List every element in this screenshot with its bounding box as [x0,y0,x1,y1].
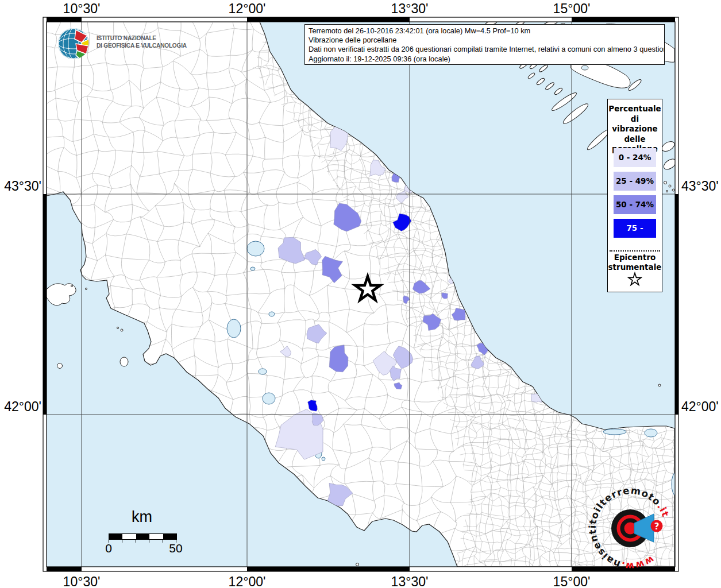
scale-bar-unit: km [132,508,152,526]
hsit-question-mark: ? [654,521,660,532]
lake [247,241,264,256]
event-data-line: Dati non verificati estratti da 206 ques… [309,45,661,54]
scale-bar-segment [109,534,122,539]
scale-bar-tick [109,539,109,543]
ingv-logo: ISTITUTO NAZIONALE DI GEOFISICA E VULCAN… [55,26,222,67]
lat-label-right: 42°00' [681,399,719,415]
legend-swatch-50-74: 50 - 74% [614,195,656,214]
scale-bar-tick [176,539,176,543]
island-lagoon [581,65,588,70]
event-subtitle-line: Vibrazione delle porcellane [309,36,661,45]
haisentitoilterremoto-logo: www.haisentitoilterremoto.it ? [579,477,682,580]
event-title-box: Terremoto del 26-10-2016 23:42:01 (ora l… [304,24,665,65]
lat-label-left: 42°00' [4,399,41,415]
scale-bar-segment [122,534,136,539]
scale-bar-segment [136,534,149,539]
legend-divider [610,250,660,252]
scale-bar-segment [149,534,163,539]
scale-bar-segment [163,534,176,539]
scale-bar: km 0 50 [92,508,195,563]
lake [263,393,275,404]
lon-label-top: 10°30' [63,1,101,17]
legend: Percentuale di vibrazione delle porcella… [607,99,662,292]
scale-bar-start: 0 [105,541,112,555]
lon-label-bottom: 10°30' [63,574,101,588]
legend-title: Percentuale di vibrazione delle porcella… [608,104,662,154]
legend-swatch-25-49: 25 - 49% [614,172,656,191]
lon-label-top: 15°00' [553,1,591,17]
lon-label-top: 12°00' [229,1,266,17]
scale-bar-tick [163,539,163,543]
lake [645,429,657,437]
legend-swatch-75-100: 75 - 100% [614,219,656,238]
hsit-www: www. [618,553,657,574]
scale-bar-end: 50 [169,541,182,555]
legend-star-shape [629,273,641,285]
ingv-globe-icon [55,26,93,64]
event-title-line: Terremoto del 26-10-2016 23:42:01 (ora l… [309,26,661,36]
event-updated-line: Aggiornato il: 19-12-2025 09:36 (ora loc… [309,55,661,64]
ingv-logo-text: ISTITUTO NAZIONALE DI GEOFISICA E VULCAN… [97,34,187,49]
lat-label-right: 43°30' [681,179,719,194]
lake [259,369,267,374]
scale-bar-tick [149,539,149,543]
scale-bar-tick [136,539,136,543]
lon-label-bottom: 13°30' [391,574,429,588]
lon-label-bottom: 12°00' [229,574,266,588]
legend-epicenter-label: Epicentro strumentale [608,253,662,272]
lake [227,319,241,338]
legend-swatch-0-24: 0 - 24% [614,148,656,167]
lake [603,429,626,435]
lake [250,267,255,270]
lon-label-top: 13°30' [391,1,429,17]
scale-bar-segments [109,533,177,540]
lat-label-left: 43°30' [4,179,41,194]
lake [322,457,325,461]
legend-star-icon [608,272,662,289]
map-stage: 10°30' 12°00' 13°30' 15°00' 10°30' 12°00… [0,0,721,588]
scale-bar-tick [122,539,122,543]
lake [269,312,275,316]
